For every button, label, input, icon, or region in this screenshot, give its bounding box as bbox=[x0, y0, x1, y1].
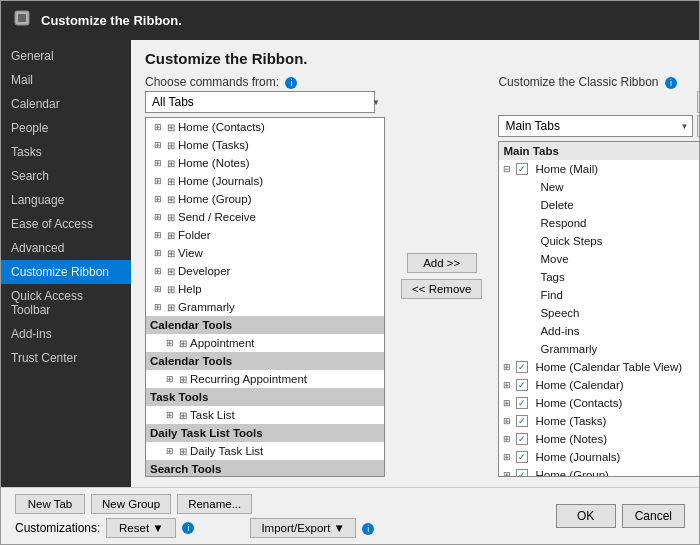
list-item[interactable]: ⊞⊞Grammarly bbox=[146, 298, 384, 316]
list-item[interactable]: Task Tools bbox=[146, 388, 384, 406]
list-item[interactable]: ⊞⊞Home (Tasks) bbox=[146, 136, 384, 154]
right-item-label: Tags bbox=[540, 271, 564, 283]
right-list-item[interactable]: Grammarly bbox=[499, 340, 699, 358]
rename-button[interactable]: Rename... bbox=[177, 494, 252, 514]
checkbox-icon[interactable]: ✓ bbox=[516, 433, 528, 445]
checkbox-icon[interactable]: ✓ bbox=[516, 469, 528, 477]
sidebar-item-search[interactable]: Search bbox=[1, 164, 131, 188]
sidebar-item-add-ins[interactable]: Add-ins bbox=[1, 322, 131, 346]
sidebar-item-trust-center[interactable]: Trust Center bbox=[1, 346, 131, 370]
sidebar-item-advanced[interactable]: Advanced bbox=[1, 236, 131, 260]
right-item-label: Quick Steps bbox=[540, 235, 602, 247]
list-item[interactable]: ⊞⊞Recurring Appointment bbox=[146, 370, 384, 388]
list-item-label: Send / Receive bbox=[178, 211, 256, 223]
expand-icon: ⊞ bbox=[154, 140, 164, 150]
customize-ribbon-dropdown[interactable]: Main Tabs Tool Tabs bbox=[498, 115, 693, 137]
sidebar-item-quick-access[interactable]: Quick Access Toolbar bbox=[1, 284, 131, 322]
reset-button[interactable]: Reset ▼ bbox=[106, 518, 176, 538]
right-list-item[interactable]: ⊞✓Home (Journals) bbox=[499, 448, 699, 466]
list-item-label: Task List bbox=[190, 409, 235, 421]
list-item-icon: ⊞ bbox=[179, 446, 187, 457]
checkbox-icon[interactable]: ✓ bbox=[516, 415, 528, 427]
ok-cancel-area: OK Cancel bbox=[556, 504, 685, 528]
choose-commands-dropdown-wrapper[interactable]: All Tabs Popular Commands Commands Not i… bbox=[145, 91, 385, 113]
checkbox-icon[interactable]: ✓ bbox=[516, 397, 528, 409]
add-button[interactable]: Add >> bbox=[407, 253, 477, 273]
expand-icon: ⊞ bbox=[154, 122, 164, 132]
right-list-item[interactable]: Respond bbox=[499, 214, 699, 232]
import-export-button[interactable]: Import/Export ▼ bbox=[250, 518, 356, 538]
expand-icon: ⊞ bbox=[503, 470, 513, 477]
list-item[interactable]: ⊞⊞Developer bbox=[146, 262, 384, 280]
sidebar-item-customize-ribbon[interactable]: Customize Ribbon bbox=[1, 260, 131, 284]
list-item[interactable]: Calendar Tools bbox=[146, 352, 384, 370]
list-item[interactable]: ⊞⊞Home (Group) bbox=[146, 190, 384, 208]
list-item[interactable]: ⊞⊞Home (Contacts) bbox=[146, 118, 384, 136]
right-list-item[interactable]: ⊞✓Home (Contacts) bbox=[499, 394, 699, 412]
list-item[interactable]: ⊞⊞Home (Notes) bbox=[146, 154, 384, 172]
expand-icon: ⊞ bbox=[166, 446, 176, 456]
bottom-bar: New Tab New Group Rename... Customizatio… bbox=[1, 487, 699, 544]
list-item[interactable]: ⊞⊞Appointment bbox=[146, 334, 384, 352]
right-list-item[interactable]: Tags bbox=[499, 268, 699, 286]
checkbox-icon[interactable]: ✓ bbox=[516, 361, 528, 373]
right-list-item[interactable]: New bbox=[499, 178, 699, 196]
right-item-label: Add-ins bbox=[540, 325, 579, 337]
right-list-item[interactable]: Move bbox=[499, 250, 699, 268]
sidebar-item-people[interactable]: People bbox=[1, 116, 131, 140]
list-item[interactable]: ⊞⊞Send / Receive bbox=[146, 208, 384, 226]
expand-icon: ⊞ bbox=[154, 284, 164, 294]
checkbox-icon[interactable]: ✓ bbox=[516, 379, 528, 391]
list-item[interactable]: ⊞⊞Home (Journals) bbox=[146, 172, 384, 190]
right-list-item[interactable]: Speech bbox=[499, 304, 699, 322]
right-list-item[interactable]: Add-ins bbox=[499, 322, 699, 340]
right-list-item[interactable]: ⊞✓Home (Calendar) bbox=[499, 376, 699, 394]
expand-icon: ⊞ bbox=[503, 452, 513, 462]
sidebar-item-tasks[interactable]: Tasks bbox=[1, 140, 131, 164]
right-item-label: Home (Contacts) bbox=[535, 397, 622, 409]
list-item[interactable]: ⊞⊞Folder bbox=[146, 226, 384, 244]
content-title: Customize the Ribbon. bbox=[145, 50, 699, 67]
checkbox-icon[interactable]: ✓ bbox=[516, 451, 528, 463]
list-item[interactable]: Search Tools bbox=[146, 460, 384, 477]
sidebar-item-language[interactable]: Language bbox=[1, 188, 131, 212]
right-list-item[interactable]: ⊞✓Home (Group) bbox=[499, 466, 699, 477]
list-item[interactable]: ⊞⊞Task List bbox=[146, 406, 384, 424]
remove-button[interactable]: << Remove bbox=[401, 279, 482, 299]
list-item[interactable]: ⊞⊞View bbox=[146, 244, 384, 262]
right-list-item[interactable]: ⊞✓Home (Calendar Table View) bbox=[499, 358, 699, 376]
new-group-button[interactable]: New Group bbox=[91, 494, 171, 514]
right-list-box[interactable]: Main Tabs⊟✓Home (Mail)NewDeleteRespondQu… bbox=[498, 141, 699, 477]
list-item[interactable]: ⊞⊞Daily Task List bbox=[146, 442, 384, 460]
list-item[interactable]: Calendar Tools bbox=[146, 316, 384, 334]
right-list-item[interactable]: ⊟✓Home (Mail) bbox=[499, 160, 699, 178]
move-up-button[interactable]: ▲ bbox=[697, 91, 699, 113]
list-item[interactable]: ⊞⊞Help bbox=[146, 280, 384, 298]
left-list-box[interactable]: ⊞⊞Home (Contacts)⊞⊞Home (Tasks)⊞⊞Home (N… bbox=[145, 117, 385, 477]
choose-commands-dropdown[interactable]: All Tabs Popular Commands Commands Not i… bbox=[145, 91, 375, 113]
sidebar-item-mail[interactable]: Mail bbox=[1, 68, 131, 92]
list-item[interactable]: Daily Task List Tools bbox=[146, 424, 384, 442]
new-tab-button[interactable]: New Tab bbox=[15, 494, 85, 514]
import-export-info-dot: i bbox=[362, 523, 374, 535]
right-item-label: Home (Mail) bbox=[535, 163, 598, 175]
right-list-item[interactable]: ⊞✓Home (Tasks) bbox=[499, 412, 699, 430]
list-item-label: Home (Contacts) bbox=[178, 121, 265, 133]
right-list-item[interactable]: Find bbox=[499, 286, 699, 304]
dialog-body: General Mail Calendar People Tasks Searc… bbox=[1, 40, 699, 487]
move-down-button[interactable]: ▼ bbox=[697, 115, 699, 137]
sidebar-item-ease-of-access[interactable]: Ease of Access bbox=[1, 212, 131, 236]
customizations-row: Customizations: Reset ▼ i Import/Export … bbox=[15, 518, 374, 538]
right-list-item[interactable]: Quick Steps bbox=[499, 232, 699, 250]
sidebar-item-calendar[interactable]: Calendar bbox=[1, 92, 131, 116]
cancel-button[interactable]: Cancel bbox=[622, 504, 685, 528]
ok-button[interactable]: OK bbox=[556, 504, 616, 528]
expand-icon: ⊞ bbox=[154, 194, 164, 204]
expand-icon: ⊞ bbox=[154, 302, 164, 312]
right-list-item[interactable]: Delete bbox=[499, 196, 699, 214]
sidebar-item-general[interactable]: General bbox=[1, 44, 131, 68]
checkbox-icon[interactable]: ✓ bbox=[516, 163, 528, 175]
right-list-item[interactable]: ⊞✓Home (Notes) bbox=[499, 430, 699, 448]
list-item-label: Folder bbox=[178, 229, 211, 241]
customize-ribbon-dropdown-wrapper[interactable]: Main Tabs Tool Tabs bbox=[498, 115, 693, 137]
